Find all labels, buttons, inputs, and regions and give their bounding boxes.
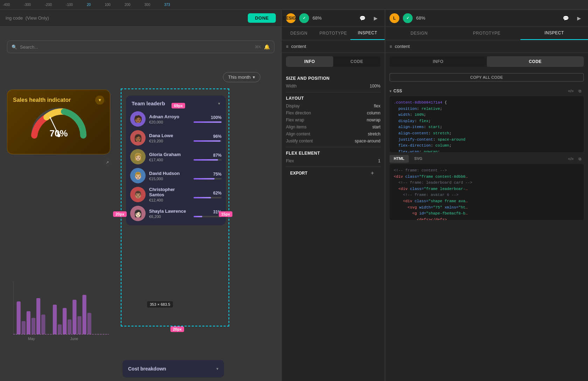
canvas-mock: 🔍 Search... ⌘K 🔔 This month ▾ Sales heal… (0, 27, 281, 381)
svg-rect-4 (17, 301, 21, 334)
right-sub-tab-code[interactable]: CODE (487, 56, 584, 67)
right-checkmark-icon: ✓ (406, 16, 409, 20)
right-tab-design[interactable]: DESIGN (385, 27, 453, 40)
size-label: 353 × 683.5 (147, 301, 173, 308)
css-section: ▾ CSS </> ⧉ .content-8dbb084171a4 { posi… (390, 86, 584, 152)
tab-prototype[interactable]: PROTOTYPE (316, 27, 350, 40)
svg-rect-15 (77, 316, 81, 334)
sales-health-chevron[interactable]: ▾ (95, 96, 104, 105)
search-placeholder: Search... (20, 44, 252, 50)
lb-amount-4: €15,000 (149, 177, 190, 181)
leaderboard-chevron[interactable]: ▾ (218, 101, 220, 106)
cost-breakdown-chevron[interactable]: ▾ (216, 366, 218, 371)
align-content-value: stretch (368, 132, 380, 136)
right-content-label-row: ≡ content (385, 40, 588, 53)
comment-icon-btn[interactable]: 💬 (357, 13, 367, 23)
display-value: flex (374, 104, 380, 108)
lb-amount-5: €12,400 (149, 198, 190, 202)
flex-wrap-prop: Flex wrap nowrap (286, 118, 380, 122)
svg-rect-16 (82, 295, 86, 334)
lb-right-2: 96% (194, 134, 222, 142)
width-prop: Width 100% (286, 84, 380, 89)
lb-pct-5: 62% (194, 191, 222, 196)
css-collapse-icon[interactable]: ▾ (390, 89, 391, 93)
leaderboard-item: 👩🏼 Gloria Graham €17,400 87% (130, 149, 222, 164)
align-items-label: Align items (286, 125, 307, 129)
user-avatar-green: ✓ (299, 13, 309, 23)
sales-health-title: Sales health indicator ▾ (13, 96, 104, 105)
svg-text:June: June (70, 337, 78, 341)
sub-tab-info[interactable]: INFO (286, 56, 333, 67)
expand-icon[interactable]: ↗ (103, 158, 112, 167)
lb-info-4: David Hudson €15,000 (149, 171, 190, 181)
lb-name-5: Christopher Santos (149, 187, 190, 197)
lb-info-1: Adnan Arroyo €20,000 (149, 114, 190, 124)
flex-label: Flex (286, 158, 294, 163)
lb-amount-1: €20,000 (149, 120, 190, 124)
css-code-icon[interactable]: </> (567, 87, 575, 95)
notification-icon[interactable]: 🔔 (264, 44, 270, 50)
svg-rect-9 (41, 315, 45, 334)
avatar-4: 👨🏼 (130, 168, 146, 183)
lb-name-2: Dana Lowe (149, 133, 190, 138)
copy-all-code-button[interactable]: COPY ALL CODE (390, 73, 584, 82)
right-content-icon: ≡ (390, 44, 392, 49)
align-content-prop: Align content stretch (286, 132, 380, 136)
export-plus-icon[interactable]: + (369, 169, 376, 177)
svg-tab[interactable]: SVG (410, 155, 427, 163)
cost-breakdown-card: Cost breakdown ▾ (122, 360, 224, 378)
bar-chart-area: May June (0, 276, 115, 353)
right-sub-tab-info[interactable]: INFO (390, 56, 487, 67)
avatar-3: 👩🏼 (130, 149, 146, 164)
leaderboard-items: 🧑🏾 Adnan Arroyo €20,000 100% (126, 110, 226, 225)
ruler-bar: -400 -300 -200 -100 20 100 200 300 373 (0, 0, 588, 10)
svg-rect-6 (27, 311, 30, 334)
justify-content-prop: Justify content space-around (286, 139, 380, 143)
play-icon-btn[interactable]: ▶ (371, 13, 380, 23)
canvas-topbar: ing code (View Only) DONE (0, 10, 281, 27)
export-row: EXPORT + (286, 166, 380, 180)
html-copy-icon[interactable]: ⧉ (576, 155, 584, 163)
canvas-area: ing code (View Only) DONE 🔍 Search... ⌘K… (0, 10, 281, 381)
ruler-mark-200: 200 (125, 3, 131, 7)
lb-info-6: Shayla Lawrence €6,200 (149, 209, 190, 219)
justify-content-label: Justify content (286, 139, 313, 143)
checkmark-icon: ✓ (303, 16, 306, 20)
lb-name-3: Gloria Graham (149, 152, 190, 157)
align-content-label: Align content (286, 132, 310, 136)
align-items-value: start (372, 125, 380, 129)
right-play-icon-btn[interactable]: ▶ (574, 13, 584, 23)
ruler-mark-20: 20 (87, 3, 91, 7)
ruler-mark-neg300: -300 (24, 3, 31, 7)
html-code-icon[interactable]: </> (567, 155, 575, 163)
css-section-header: ▾ CSS </> ⧉ (390, 86, 584, 96)
right-tab-inspect[interactable]: INSPECT (520, 27, 588, 40)
tab-design[interactable]: DESIGN (282, 27, 316, 40)
flex-direction-value: column (367, 111, 380, 115)
done-button[interactable]: DONE (248, 13, 276, 23)
zoom-level: 68% (313, 15, 322, 21)
leaderboard-item: 👨🏼 David Hudson €15,000 75% (130, 168, 222, 183)
tab-inspect[interactable]: INSPECT (350, 27, 385, 40)
export-label: EXPORT (290, 171, 307, 176)
svg-rect-7 (31, 318, 35, 334)
lb-pct-2: 96% (194, 134, 222, 139)
chevron-down-icon: ▾ (253, 75, 255, 80)
svg-rect-14 (72, 300, 76, 334)
this-month-button[interactable]: This month ▾ (223, 72, 260, 82)
html-tab[interactable]: HTML (390, 155, 409, 163)
left-panel-topbar: DESIGN ✓ 68% 💬 ▶ (282, 10, 385, 27)
right-comment-icon-btn[interactable]: 💬 (561, 13, 570, 23)
flex-element-title: FLEX ELEMENT (286, 151, 380, 156)
sub-tab-code[interactable]: CODE (333, 56, 380, 67)
ruler-mark-neg100: -100 (66, 3, 73, 7)
lb-right-6: 31% (194, 210, 222, 217)
selection-padding-left: 20px (113, 211, 127, 217)
search-bar[interactable]: 🔍 Search... ⌘K 🔔 (7, 41, 274, 53)
selection-padding-top: 69px (172, 103, 185, 108)
right-inspect-panel: L ✓ 68% 💬 ▶ DESIGN PROTOTYPE INSPECT ≡ c… (385, 10, 588, 381)
right-tab-prototype[interactable]: PROTOTYPE (453, 27, 520, 40)
css-copy-icon[interactable]: ⧉ (576, 87, 584, 95)
html-code-section: <!-- frame: content --> <div class="fram… (390, 164, 584, 220)
canvas-title: ing code (View Only) (6, 15, 49, 21)
